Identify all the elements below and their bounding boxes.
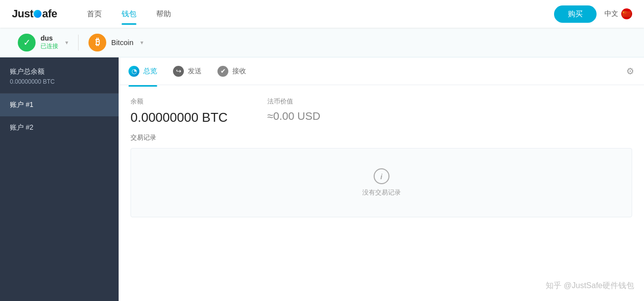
transactions-label: 交易记录 <box>130 133 632 142</box>
sub-header: ✓ dus 已连接 ▾ ₿ Bitcoin ▾ <box>0 28 644 57</box>
wallet-status-text: 已连接 <box>41 42 58 50</box>
overview-icon: ◔ <box>129 66 139 77</box>
logo: Justafe <box>12 7 57 20</box>
buy-button[interactable]: 购买 <box>554 5 597 23</box>
lang-selector[interactable]: 中文 <box>604 8 632 19</box>
fiat-label: 法币价值 <box>267 97 320 106</box>
tab-send[interactable]: ↪ 发送 <box>173 64 202 79</box>
sidebar-total-label: 账户总余额 <box>10 67 109 76</box>
sidebar-account-1[interactable]: 账户 #1 <box>0 94 119 116</box>
transactions-empty: i 没有交易记录 <box>130 148 632 217</box>
settings-icon[interactable]: ⚙ <box>626 66 634 77</box>
fiat-group: 法币价值 ≈0.00 USD <box>267 97 320 125</box>
nav-home[interactable]: 首页 <box>87 7 102 21</box>
coin-name: Bitcoin <box>111 38 133 47</box>
info-icon: i <box>374 168 389 184</box>
transactions-empty-text: 没有交易记录 <box>362 188 401 197</box>
tab-send-label: 发送 <box>188 67 202 76</box>
content-area: ◔ 总览 ↪ 发送 ✔ 接收 ⚙ 余额 0.00000000 BTC 法币价值 … <box>119 57 644 301</box>
nav-help[interactable]: 帮助 <box>156 7 171 21</box>
tab-overview-label: 总览 <box>143 67 157 76</box>
transactions-section: 交易记录 i 没有交易记录 <box>119 133 644 217</box>
send-icon: ↪ <box>173 66 184 77</box>
balance-section: 余额 0.00000000 BTC 法币价值 ≈0.00 USD <box>119 85 644 133</box>
sidebar-total-value: 0.00000000 BTC <box>10 78 109 85</box>
sidebar-account-2[interactable]: 账户 #2 <box>0 116 119 139</box>
wallet-status-icon: ✓ <box>18 34 36 51</box>
main-area: 账户总余额 0.00000000 BTC 账户 #1 账户 #2 ◔ 总览 ↪ … <box>0 57 644 301</box>
divider <box>78 35 79 50</box>
coin-chevron-icon: ▾ <box>140 39 143 46</box>
header-right: 购买 中文 <box>554 5 632 23</box>
btc-icon: ₿ <box>88 34 106 51</box>
sidebar-total: 账户总余额 0.00000000 BTC <box>0 57 119 94</box>
receive-icon: ✔ <box>217 66 228 77</box>
nav-wallet[interactable]: 钱包 <box>122 7 136 21</box>
balance-group: 余额 0.00000000 BTC <box>130 97 228 125</box>
tab-receive[interactable]: ✔ 接收 <box>217 64 246 79</box>
wallet-selector[interactable]: ✓ dus 已连接 ▾ <box>12 30 74 55</box>
header: Justafe 首页 钱包 帮助 购买 中文 <box>0 0 644 28</box>
balance-label: 余额 <box>130 97 228 106</box>
lang-label: 中文 <box>604 9 618 18</box>
wallet-chevron-icon: ▾ <box>65 39 68 46</box>
sidebar: 账户总余额 0.00000000 BTC 账户 #1 账户 #2 <box>0 57 119 301</box>
tab-receive-label: 接收 <box>232 67 246 76</box>
tab-overview[interactable]: ◔ 总览 <box>129 64 157 79</box>
balance-value: 0.00000000 BTC <box>130 110 228 125</box>
flag-icon <box>621 8 632 19</box>
fiat-value: ≈0.00 USD <box>267 110 320 123</box>
coin-selector[interactable]: ₿ Bitcoin ▾ <box>83 30 149 55</box>
logo-ball-icon <box>34 10 42 18</box>
wallet-name: dus <box>41 34 58 42</box>
main-nav: 首页 钱包 帮助 <box>87 7 554 21</box>
tabs-bar: ◔ 总览 ↪ 发送 ✔ 接收 ⚙ <box>119 57 644 85</box>
